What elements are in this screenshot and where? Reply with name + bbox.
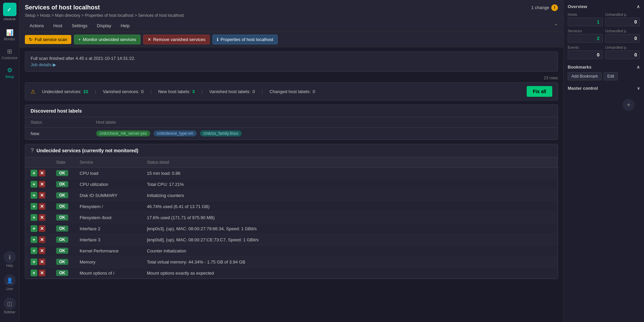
vanished-host-labels-value: 0: [252, 89, 255, 94]
service-detail-cell: 15 min load: 0.86: [142, 168, 558, 179]
remove-service-button[interactable]: ✕: [39, 236, 45, 243]
monitor-undecided-label: Monitor undecided services: [83, 37, 136, 42]
add-bookmark-button[interactable]: Add Bookmark: [568, 72, 602, 80]
add-service-button[interactable]: +: [31, 258, 37, 265]
service-state-cell: OK: [51, 212, 74, 223]
service-state-cell: OK: [51, 190, 74, 201]
unhandled-hosts-label: Unhandled p.: [605, 12, 640, 16]
change-badge: !: [551, 4, 558, 11]
main-content: Services of host localhost 1 change ! Se…: [19, 0, 563, 322]
service-state-cell: OK: [51, 168, 74, 179]
row-count: 23 rows: [25, 76, 558, 80]
status-badge: OK: [56, 192, 68, 198]
sidebar-nav: 📊 Monitor ⊞ Customize ⚙ Setup: [0, 26, 19, 249]
unhandled-hosts-value: 0: [605, 17, 640, 26]
add-service-button[interactable]: +: [31, 181, 37, 188]
action-btns-cell: + ✕: [25, 201, 51, 212]
monitor-undecided-button[interactable]: + Monitor undecided services: [74, 35, 140, 44]
menu-item-display[interactable]: Display: [92, 21, 116, 32]
changed-host-labels-label: Changed host labels:: [270, 89, 311, 94]
action-btns-cell: + ✕: [25, 234, 51, 245]
host-labels-title: Discovered host labels: [25, 105, 558, 117]
add-service-button[interactable]: +: [31, 170, 37, 176]
full-scan-button[interactable]: ↻ Full service scan: [25, 35, 71, 44]
host-label-tags: cmk/check_mk_server:yes cmk/device_type:…: [91, 128, 558, 139]
sidebar-label: Sidebar: [4, 310, 15, 314]
remove-service-button[interactable]: ✕: [39, 258, 45, 265]
header: Services of host localhost 1 change ! Se…: [19, 0, 563, 32]
properties-button[interactable]: ℹ Properties of host localhost: [212, 35, 278, 44]
table-row: + ✕ OK Kernel Performance Counter initia…: [25, 245, 558, 256]
col-host-labels: Host labels: [91, 117, 558, 128]
add-service-button[interactable]: +: [31, 192, 37, 199]
service-state-cell: OK: [51, 179, 74, 190]
add-service-button[interactable]: +: [31, 203, 37, 210]
overview-grid: Hosts 1 Unhandled p. 0 Services 2 Unhand…: [568, 12, 640, 59]
col-service: Service: [74, 157, 142, 168]
remove-service-button[interactable]: ✕: [39, 181, 45, 188]
col-state: State: [51, 157, 74, 168]
status-badge: OK: [56, 203, 68, 209]
add-button[interactable]: +: [622, 99, 635, 111]
hosts-value: 1: [568, 17, 603, 26]
add-service-button[interactable]: +: [31, 236, 37, 243]
sidebar-item-help[interactable]: ℹ Help: [4, 249, 16, 270]
monitor-undecided-icon: +: [78, 37, 81, 42]
sidebar-item-setup[interactable]: ⚙ Setup: [0, 64, 19, 81]
table-row: + ✕ OK CPU load 15 min load: 0.86: [25, 168, 558, 179]
user-icon: 👤: [4, 274, 16, 286]
sidebar-item-customize[interactable]: ⊞ Customize: [0, 45, 19, 63]
menu-item-help[interactable]: Help: [116, 21, 134, 32]
menu-collapse-icon[interactable]: ⌃: [554, 23, 558, 29]
sidebar-item-monitor[interactable]: 📊 Monitor: [0, 26, 19, 44]
add-service-button[interactable]: +: [31, 247, 37, 254]
hosts-label: Hosts: [568, 12, 603, 16]
action-btns-cell: + ✕: [25, 268, 51, 279]
master-control-title: Master control: [568, 86, 598, 91]
menu-item-host[interactable]: Host: [49, 21, 67, 32]
bookmarks-collapse-icon[interactable]: ∧: [637, 65, 640, 70]
label-tag-0: cmk/check_mk_server:yes: [96, 130, 150, 136]
logo[interactable]: ✓: [3, 3, 16, 16]
fix-all-button[interactable]: Fix all: [527, 86, 552, 97]
action-btns-cell: + ✕: [25, 168, 51, 179]
vanished-host-labels-label: Vanished host labels:: [209, 89, 251, 94]
remove-service-button[interactable]: ✕: [39, 270, 45, 276]
table-row: + ✕ OK CPU utilization Total CPU: 17.21%: [25, 179, 558, 190]
services-section-header: ? Undecided services (currently not moni…: [25, 144, 558, 157]
vanished-label: Vanished services:: [103, 89, 139, 94]
service-name-cell: CPU utilization: [74, 179, 142, 190]
overview-collapse-icon[interactable]: ∧: [637, 4, 640, 9]
job-details-link[interactable]: Job details ▶: [31, 62, 56, 67]
master-control-section: Master control ∨: [568, 86, 640, 91]
remove-service-button[interactable]: ✕: [39, 203, 45, 210]
remove-vanished-icon: ✕: [148, 37, 151, 42]
edit-bookmark-button[interactable]: Edit: [604, 72, 618, 80]
add-service-button[interactable]: +: [31, 214, 37, 221]
stat-new-host-labels: New host labels: 3: [158, 89, 195, 94]
remove-service-button[interactable]: ✕: [39, 170, 45, 176]
overview-hosts: Hosts 1: [568, 12, 603, 26]
events-value: 0: [568, 50, 603, 59]
menu-item-actions[interactable]: Actions: [25, 21, 49, 32]
remove-service-button[interactable]: ✕: [39, 214, 45, 221]
remove-service-button[interactable]: ✕: [39, 247, 45, 254]
table-row: + ✕ OK Memory Total virtual memory: 44.3…: [25, 256, 558, 268]
master-control-header[interactable]: Master control ∨: [568, 86, 640, 91]
sidebar-toggle-icon: ◫: [4, 297, 16, 310]
service-detail-cell: [enp0s3], (up), MAC: 08:00:27:79:66:34, …: [142, 223, 558, 234]
undecided-value: 22: [83, 89, 88, 94]
menu-item-settings[interactable]: Settings: [67, 21, 92, 32]
action-btns-cell: + ✕: [25, 190, 51, 201]
host-label-row: New cmk/check_mk_server:yes cmk/device_t…: [25, 128, 558, 139]
status-badge: OK: [56, 237, 68, 243]
label-tag-2: cmk/os_family:linux: [200, 130, 242, 136]
remove-service-button[interactable]: ✕: [39, 225, 45, 232]
add-service-button[interactable]: +: [31, 270, 37, 276]
sidebar-item-sidebar[interactable]: ◫ Sidebar: [4, 295, 16, 316]
add-service-button[interactable]: +: [31, 225, 37, 232]
status-badge: OK: [56, 226, 68, 232]
remove-service-button[interactable]: ✕: [39, 192, 45, 199]
sidebar-item-user[interactable]: 👤 User: [4, 272, 16, 293]
remove-vanished-button[interactable]: ✕ Remove vanished services: [143, 35, 210, 44]
